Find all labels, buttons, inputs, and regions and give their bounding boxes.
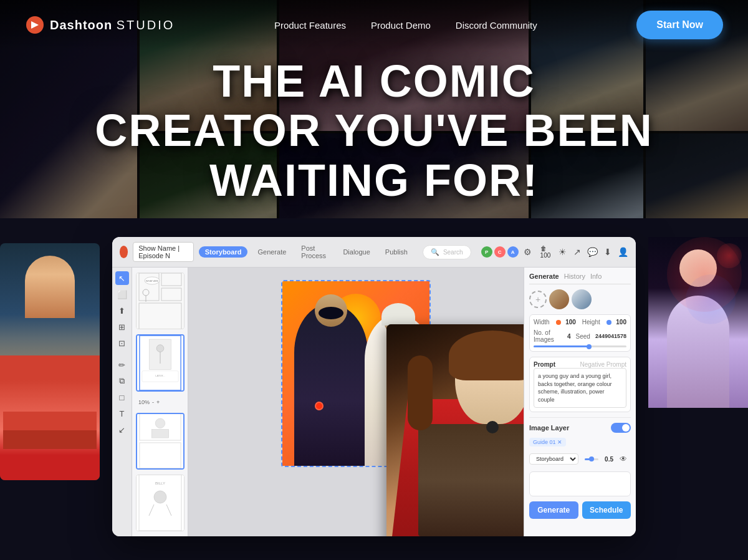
cursor-tool[interactable]: ↖ — [115, 271, 129, 285]
svg-rect-1 — [137, 273, 184, 329]
crop-tool[interactable]: ⊡ — [115, 336, 129, 350]
char-ref-1[interactable] — [549, 289, 569, 309]
prompt-label-row: Prompt Negative Prompt — [534, 361, 626, 368]
svg-point-19 — [155, 418, 165, 428]
grid-tool[interactable]: ⊞ — [115, 320, 129, 334]
canvas-area — [188, 268, 524, 536]
app-window: Show Name | Episode N Storyboard Generat… — [112, 237, 636, 536]
images-row: No. of Images 4 Seed 2449041578 — [534, 329, 626, 343]
frame-tool[interactable]: ⬜ — [115, 287, 129, 301]
sketch-svg-1: WHAT ARE — [137, 273, 184, 329]
generate-button[interactable]: Generate — [529, 501, 578, 519]
tab-storyboard[interactable]: Storyboard — [199, 246, 248, 258]
seed-randomize-row — [534, 345, 626, 347]
text-tool[interactable]: T — [115, 407, 129, 420]
seed-label: Seed — [576, 333, 590, 340]
svg-point-25 — [154, 491, 166, 503]
pen-tool[interactable]: ✏ — [115, 358, 129, 372]
discord-icon[interactable]: 💬 — [587, 244, 598, 259]
eye-icon[interactable]: 👁 — [616, 451, 631, 466]
height-value: 100 — [616, 319, 626, 326]
character-references: + — [529, 289, 631, 309]
avatar-p: P — [481, 246, 492, 258]
nav-product-demo[interactable]: Product Demo — [371, 20, 431, 31]
storyboard-opacity-row: Storyboard 0.5 👁 — [529, 451, 631, 466]
panel-tab-info[interactable]: Info — [590, 273, 602, 280]
tab-publish[interactable]: Publish — [380, 246, 413, 258]
search-placeholder: Search — [443, 249, 463, 256]
nav-product-features[interactable]: Product Features — [274, 20, 346, 31]
panel-tab-generate[interactable]: Generate — [529, 273, 559, 280]
glow-blue — [686, 274, 736, 324]
opacity-slider[interactable] — [585, 458, 598, 460]
images-value: 4 — [567, 333, 571, 340]
zoom-bar: 10% - + — [136, 397, 184, 408]
logo: Dashtoon STUDIO — [25, 15, 175, 35]
start-now-button[interactable]: Start Now — [636, 11, 723, 39]
seed-slider[interactable] — [534, 345, 626, 347]
storyboard-thumb-4[interactable]: BILLY — [136, 475, 185, 531]
tab-generate[interactable]: Generate — [252, 246, 291, 258]
share-icon[interactable]: ↗ — [572, 244, 582, 259]
image-layer-label: Image Layer — [529, 424, 569, 432]
settings-icon[interactable]: ⚙ — [520, 244, 535, 259]
logo-text: Dashtoon STUDIO — [50, 18, 175, 32]
app-body: ↖ ⬜ ⬆ ⊞ ⊡ ✏ ⧉ □ T ↙ — [112, 268, 636, 536]
counter: 🗑 100 — [540, 245, 553, 259]
height-slider[interactable] — [607, 321, 610, 323]
tab-post-process[interactable]: Post Process — [296, 243, 333, 261]
storyboard-thumb-2[interactable]: LATER... — [136, 334, 185, 391]
download-icon[interactable]: ⬇ — [603, 244, 613, 259]
logo-icon — [25, 15, 45, 35]
schedule-button[interactable]: Schedule — [582, 501, 631, 519]
app-titlebar: Show Name | Episode N Storyboard Generat… — [112, 237, 636, 268]
width-row: Width 100 Height 100 — [534, 319, 626, 326]
panel-tab-history[interactable]: History — [564, 273, 585, 280]
search-box[interactable]: 🔍 Search — [423, 245, 471, 259]
app-logo-small — [120, 246, 128, 258]
zoom-plus[interactable]: + — [156, 399, 160, 405]
navbar: Dashtoon STUDIO Product Features Product… — [0, 0, 748, 50]
guide-remove[interactable]: ✕ — [557, 439, 562, 445]
guide-tag: Guide 01 ✕ — [529, 438, 566, 447]
storyboard-panel: WHAT ARE — [132, 268, 188, 536]
zoom-minus[interactable]: - — [152, 399, 154, 405]
brightness-icon[interactable]: ☀ — [557, 244, 567, 259]
box-tool[interactable]: □ — [115, 390, 129, 404]
right-panel: Generate History Info + Width — [524, 268, 636, 536]
hero-headline: THE AI COMIC CREATOR YOU'VE BEEN WAITING… — [95, 57, 653, 205]
width-slider[interactable] — [556, 321, 560, 323]
svg-text:WHAT ARE: WHAT ARE — [146, 279, 159, 282]
upload-tool[interactable]: ⬆ — [115, 304, 129, 317]
avatar-c: C — [494, 246, 506, 258]
image-layer-toggle[interactable] — [611, 423, 631, 433]
export-tool[interactable]: ↙ — [115, 423, 129, 437]
left-toolbar: ↖ ⬜ ⬆ ⊞ ⊡ ✏ ⧉ □ T ↙ — [112, 268, 132, 536]
svg-point-13 — [156, 345, 164, 352]
tab-dialogue[interactable]: Dialogue — [338, 246, 375, 258]
params-box: Width 100 Height 100 — [529, 314, 631, 352]
image-layer-row: Image Layer — [529, 423, 631, 433]
storyboard-select[interactable]: Storyboard — [529, 453, 578, 465]
nav-discord[interactable]: Discord Community — [456, 20, 537, 31]
add-character-ref[interactable]: + — [529, 291, 547, 308]
headline-line1: THE AI COMIC — [95, 57, 653, 106]
account-icon[interactable]: 👤 — [618, 244, 628, 259]
seed-value: 2449041578 — [595, 333, 626, 339]
search-icon: 🔍 — [431, 248, 439, 256]
headline-line2: CREATOR YOU'VE BEEN — [95, 106, 653, 155]
images-label: No. of Images — [534, 329, 562, 343]
char-ref-2[interactable] — [572, 289, 592, 309]
storyboard-thumb-1[interactable]: WHAT ARE — [136, 273, 185, 329]
storyboard-thumb-3[interactable] — [136, 413, 185, 470]
left-side-character — [0, 243, 100, 480]
width-label: Width — [534, 319, 550, 326]
layers-tool[interactable]: ⧉ — [115, 374, 129, 388]
prompt-label: Prompt — [534, 361, 555, 368]
guide-label: Guide 01 — [533, 439, 556, 445]
height-label: Height — [582, 319, 600, 326]
prompt-text[interactable]: a young guy and a young girl, backs toge… — [534, 368, 626, 408]
nav-links: Product Features Product Demo Discord Co… — [274, 20, 537, 31]
episode-selector[interactable]: Show Name | Episode N — [133, 242, 193, 262]
divider-1 — [529, 417, 631, 418]
